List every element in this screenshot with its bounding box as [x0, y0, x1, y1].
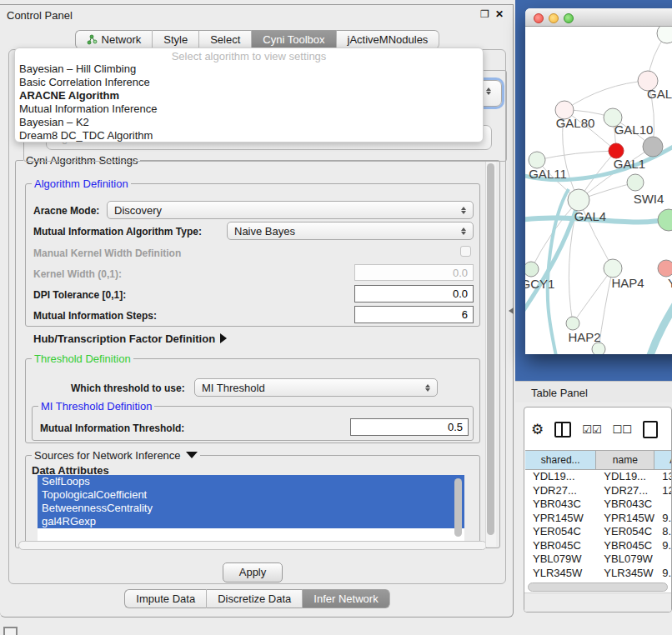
- new-table-icon[interactable]: [643, 421, 658, 438]
- apply-button[interactable]: Apply: [223, 562, 283, 582]
- mi-steps-input[interactable]: [354, 306, 474, 323]
- float-window-icon[interactable]: ❐: [480, 8, 489, 20]
- node-top-partial[interactable]: [657, 27, 672, 43]
- dropdown-item[interactable]: Basic Correlation Inference: [15, 76, 483, 89]
- hub-section-label: Hub/Transcription Factor Definition: [33, 332, 215, 345]
- table-cell: YDR27...: [596, 484, 654, 498]
- attribute-item[interactable]: SelfLoops: [38, 475, 464, 488]
- table-row[interactable]: YBR045CYBR045C9.: [525, 539, 672, 553]
- manual-kernel-checkbox[interactable]: [460, 246, 471, 257]
- aracne-mode-select[interactable]: Discovery: [107, 201, 474, 219]
- table-cell: 9.: [654, 512, 672, 526]
- zoom-traffic-light[interactable]: [564, 13, 574, 23]
- tab-impute-data[interactable]: Impute Data: [124, 589, 207, 608]
- tab-label: Style: [163, 31, 188, 48]
- attribute-item[interactable]: BetweennessCentrality: [38, 502, 464, 515]
- settings-horizontal-scrollbar[interactable]: [18, 541, 487, 550]
- attribute-item[interactable]: gal4RGexp: [38, 515, 464, 528]
- table-cell: YLR345W: [596, 567, 654, 581]
- dropdown-item[interactable]: ARACNE Algorithm: [15, 89, 483, 102]
- network-view-window: GALGAL80GAL10GAL1GAL11SWI4GAL4GCY1HAP4YH…: [525, 8, 672, 354]
- mi-type-select[interactable]: Naive Bayes: [227, 222, 474, 240]
- table-cell: YDR27...: [525, 484, 596, 498]
- network-graph[interactable]: GALGAL80GAL10GAL1GAL11SWI4GAL4GCY1HAP4YH…: [525, 27, 672, 354]
- table-footer: [524, 592, 671, 612]
- node-GAL11[interactable]: [529, 152, 545, 168]
- table-cell: YLR345W: [525, 567, 596, 581]
- kernel-width-input[interactable]: [354, 264, 474, 281]
- dropdown-item[interactable]: Mutual Information Inference: [15, 102, 483, 116]
- settings-scrollbar-thumb[interactable]: [487, 163, 494, 535]
- table-cell: YBR043C: [525, 498, 596, 512]
- collapsed-panel-icon[interactable]: [3, 627, 18, 635]
- table-row[interactable]: YPR145WYPR145W9.: [525, 512, 672, 526]
- table-row[interactable]: YDR27...YDR27...12: [525, 484, 672, 498]
- tab-jactivemnodules[interactable]: jActiveMNodules: [337, 30, 440, 49]
- mi-threshold-input[interactable]: [350, 418, 469, 436]
- node-label-GAL4: GAL4: [574, 209, 606, 223]
- gear-icon[interactable]: ⚙: [531, 422, 544, 437]
- node-gray-node[interactable]: [643, 137, 663, 157]
- table-cell: 13: [654, 470, 672, 484]
- close-icon[interactable]: ✕: [495, 8, 504, 20]
- splitter-collapse-icon[interactable]: [509, 308, 514, 314]
- network-edge-highlighted[interactable]: [548, 189, 569, 354]
- dpi-tolerance-input[interactable]: [354, 285, 474, 302]
- hub-section-toggle[interactable]: Hub/Transcription Factor Definition: [33, 332, 227, 345]
- network-edge-highlighted[interactable]: [649, 298, 672, 354]
- dropdown-placeholder: Select algorithm to view settings: [15, 50, 483, 62]
- tab-infer-network[interactable]: Infer Network: [303, 589, 389, 608]
- table-row[interactable]: YBR043CYBR043C: [525, 498, 672, 512]
- sources-title: Sources for Network Inference: [34, 449, 181, 462]
- attribute-item[interactable]: TopologicalCoefficient: [38, 488, 464, 502]
- dropdown-item[interactable]: Dream8 DC_TDC Algorithm: [15, 129, 483, 142]
- node-GAL4[interactable]: [568, 189, 589, 211]
- node-bottom-partial[interactable]: [592, 342, 605, 354]
- sources-section-toggle[interactable]: Sources for Network Inference: [32, 449, 200, 462]
- stepper-icon: [458, 228, 469, 235]
- tab-cyni-toolbox[interactable]: Cyni Toolbox: [252, 30, 336, 49]
- minimize-traffic-light[interactable]: [549, 13, 559, 23]
- table-cell: YBL079W: [596, 552, 654, 567]
- node-HAP2[interactable]: [566, 317, 579, 330]
- deselect-all-checkboxes-icon[interactable]: ☐☐: [613, 423, 632, 436]
- dropdown-item[interactable]: Bayesian – K2: [15, 116, 483, 129]
- table-horizontal-scrollbar[interactable]: [528, 582, 668, 592]
- list-scrollbar[interactable]: [454, 478, 462, 537]
- node-table: shared...nameA YDL19...YDL19...13YDR27..…: [525, 450, 672, 582]
- node-Y-partial[interactable]: [658, 260, 672, 277]
- table-row[interactable]: YER054CYER054C8.: [525, 525, 672, 539]
- table-row[interactable]: YIL052CYIL052C9: [525, 580, 672, 582]
- column-header-A[interactable]: A: [654, 450, 672, 470]
- which-threshold-select[interactable]: MI Threshold: [194, 378, 438, 397]
- manual-kernel-label: Manual Kernel Width Definition: [33, 248, 181, 259]
- table-cell: YBR043C: [596, 498, 654, 512]
- node-SWI4[interactable]: [627, 174, 644, 191]
- tab-discretize-data[interactable]: Discretize Data: [207, 589, 303, 608]
- table-row[interactable]: YDL19...YDL19...13: [525, 470, 672, 484]
- threshold-title: Threshold Definition: [32, 352, 133, 365]
- table-row[interactable]: YLR345WYLR345W9.: [525, 567, 672, 581]
- column-header-name[interactable]: name: [596, 450, 654, 470]
- tab-network[interactable]: Network: [75, 30, 153, 49]
- node-green-node[interactable]: [658, 209, 672, 231]
- node-label-SWI4: SWI4: [634, 192, 664, 206]
- column-header-shared[interactable]: shared...: [525, 450, 596, 470]
- close-traffic-light[interactable]: [534, 13, 544, 23]
- table-row[interactable]: YBL079WYBL079W: [525, 552, 672, 567]
- tab-style[interactable]: Style: [153, 30, 199, 49]
- dropdown-item[interactable]: Bayesian – Hill Climbing: [15, 62, 483, 76]
- network-window-titlebar[interactable]: [525, 8, 672, 27]
- network-edge[interactable]: [564, 81, 648, 110]
- columns-icon[interactable]: [554, 422, 571, 438]
- node-HAP4[interactable]: [604, 259, 622, 278]
- network-edge[interactable]: [537, 151, 616, 160]
- node-GCY1[interactable]: [525, 262, 539, 277]
- algorithm-definition-title: Algorithm Definition: [32, 178, 131, 190]
- tab-select[interactable]: Select: [199, 30, 252, 49]
- mi-threshold-title: MI Threshold Definition: [38, 400, 154, 412]
- table-cell: YPR145W: [525, 512, 596, 526]
- node-label-GCY1: GCY1: [525, 277, 554, 291]
- stepper-icon: [483, 88, 494, 95]
- select-all-checkboxes-icon[interactable]: ☑☑: [582, 423, 601, 436]
